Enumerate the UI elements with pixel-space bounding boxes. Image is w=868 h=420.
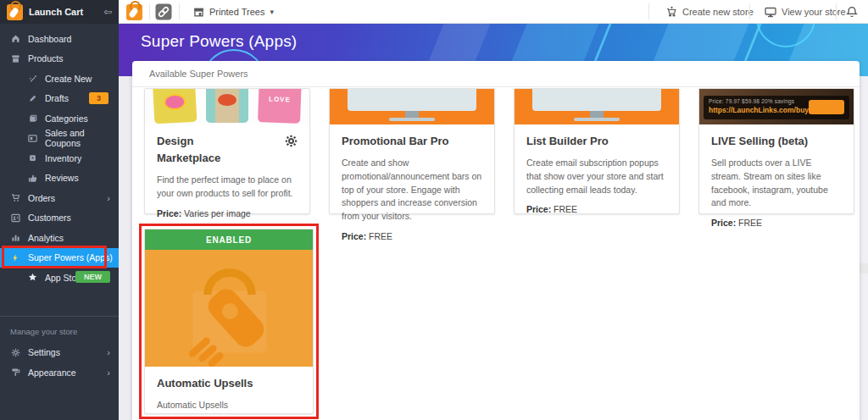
sidebar-item-inventory[interactable]: Inventory [0, 148, 119, 169]
cart-plus-icon [665, 6, 677, 18]
notifications-button[interactable] [846, 0, 858, 24]
card-price: Price: FREE [342, 231, 482, 241]
chevron-right-icon: › [107, 368, 110, 378]
bag-rocket-icon [126, 4, 142, 20]
card-description: Create and show promotional/announcement… [342, 157, 482, 224]
divider [179, 3, 180, 19]
monitor-graphic [532, 89, 660, 111]
tshirt-graphic: LOVE [258, 89, 302, 124]
sidebar-item-settings[interactable]: Settings › [0, 343, 119, 363]
card-description: Sell products over a LIVE stream. Stream… [711, 157, 842, 210]
launchcart-logo-icon [7, 4, 23, 20]
gear-icon [10, 347, 20, 357]
chevron-right-icon: › [107, 347, 110, 357]
sidebar-item-products[interactable]: Products [0, 49, 119, 69]
inventory-icon [28, 153, 37, 163]
sidebar-item-label: Categories [45, 113, 88, 124]
sidebar-item-appearance[interactable]: Appearance › [0, 362, 119, 383]
lightning-bolt-icon [10, 252, 20, 262]
card-description: Automatic Upsells [157, 399, 301, 412]
sidebar-section-label: Manage your store [0, 323, 119, 343]
collapse-sidebar-icon[interactable]: ⇦ [103, 6, 112, 18]
create-new-store-label: Create new store [682, 7, 754, 17]
view-your-store-button[interactable]: View your store [765, 0, 846, 24]
divider [648, 3, 649, 19]
thumbs-up-icon [28, 174, 37, 183]
card-price: Price: Varies per image [157, 208, 298, 218]
sidebar-item-drafts[interactable]: Drafts 3 [0, 89, 119, 109]
sidebar-nav: Dashboard Products Create New Drafts 3 C… [0, 24, 119, 383]
divider [749, 3, 750, 19]
app-card-promotional-bar-pro[interactable]: Promotional Bar Pro Create and show prom… [329, 88, 495, 214]
app-card-design-marketplace[interactable]: LOVE Design Marketplace Find the perfect… [144, 88, 310, 214]
sidebar-item-customers[interactable]: Customers [0, 208, 119, 229]
sidebar-item-create-new[interactable]: Create New [0, 69, 119, 89]
sidebar-item-sales-and-coupons[interactable]: Sales and Coupons [0, 129, 119, 149]
chevron-right-icon: › [107, 193, 110, 203]
divider [149, 3, 150, 19]
star-icon [28, 273, 37, 282]
list-builder-thumbnail [515, 89, 679, 124]
launchcart-logo-icon[interactable] [126, 0, 142, 24]
sidebar-item-categories[interactable]: Categories [0, 108, 119, 129]
sidebar-item-label: Sales and Coupons [45, 128, 119, 148]
card-description: Create email subscription popups that sh… [526, 157, 667, 196]
cart-icon [10, 193, 20, 203]
app-card-automatic-upsells[interactable]: ENABLED Automatic Upsells Automatic Upse… [144, 229, 314, 414]
sidebar-item-label: Inventory [45, 153, 81, 163]
sidebar-item-label: Create New [45, 74, 92, 84]
monitor-graphic [389, 118, 435, 121]
card-title: Automatic Upsells [157, 375, 301, 392]
storefront-icon [193, 7, 204, 18]
app-card-list-builder-pro[interactable]: List Builder Pro Create email subscripti… [514, 88, 680, 214]
card-title: Design Marketplace [157, 133, 250, 167]
sidebar-item-orders[interactable]: Orders › [0, 188, 119, 208]
live-selling-thumbnail: Price: 79.97 $59.98 20% savings https://… [699, 89, 854, 124]
sidebar: Launch Cart ⇦ Dashboard Products Create … [0, 0, 119, 420]
sidebar-item-dashboard[interactable]: Dashboard [0, 29, 119, 49]
sidebar-item-label: Appearance [28, 368, 76, 378]
monitor-graphic [348, 89, 476, 111]
live-cta-button [809, 100, 844, 114]
design-marketplace-thumbnail: LOVE [145, 89, 309, 124]
store-selector[interactable]: Printed Trees ▾ [193, 0, 274, 24]
sidebar-header: Launch Cart ⇦ [0, 0, 119, 24]
sidebar-item-label: Drafts [45, 93, 69, 103]
sidebar-item-analytics[interactable]: Analytics [0, 228, 119, 248]
monitor-icon [765, 7, 776, 18]
sidebar-divider [0, 316, 119, 317]
pencil-icon [28, 94, 37, 103]
content-gutter [119, 76, 132, 420]
create-new-store-button[interactable]: Create new store [665, 0, 754, 24]
app-card-live-selling[interactable]: Price: 79.97 $59.98 20% savings https://… [698, 88, 854, 214]
divider [836, 3, 837, 19]
sidebar-item-label: Reviews [45, 173, 79, 183]
monitor-graphic [574, 118, 620, 121]
card-price: Price: FREE [711, 218, 842, 228]
new-badge: NEW [75, 271, 110, 283]
person-icon [10, 213, 20, 223]
paint-roller-icon [10, 368, 20, 378]
box-icon [10, 53, 20, 64]
sidebar-item-label: Settings [28, 347, 60, 357]
links-button[interactable] [155, 0, 172, 24]
tshirt-graphic [206, 89, 248, 123]
live-overlay-bar: Price: 79.97 $59.98 20% savings https://… [704, 96, 849, 119]
link-icon [155, 3, 172, 20]
bell-icon [846, 6, 858, 19]
sidebar-item-label: Analytics [28, 233, 64, 243]
sidebar-item-label: Orders [28, 193, 55, 203]
topbar: Printed Trees ▾ Create new store View yo… [119, 0, 868, 24]
sidebar-item-reviews[interactable]: Reviews [0, 169, 119, 189]
coupon-icon [28, 134, 37, 143]
sidebar-item-label: Dashboard [28, 34, 71, 44]
card-description: Find the perfect image to place on your … [157, 174, 298, 201]
layers-icon [28, 113, 37, 123]
page-title: Super Powers (Apps) [141, 32, 297, 51]
card-settings-gear-icon[interactable] [285, 135, 298, 151]
chevron-down-icon: ▾ [270, 8, 274, 16]
card-title: Promotional Bar Pro [342, 133, 482, 150]
bag-rocket-graphic [175, 257, 285, 367]
sidebar-item-super-powers[interactable]: Super Powers (Apps) [0, 248, 119, 268]
sidebar-item-app-store[interactable]: App Store NEW [0, 268, 119, 288]
